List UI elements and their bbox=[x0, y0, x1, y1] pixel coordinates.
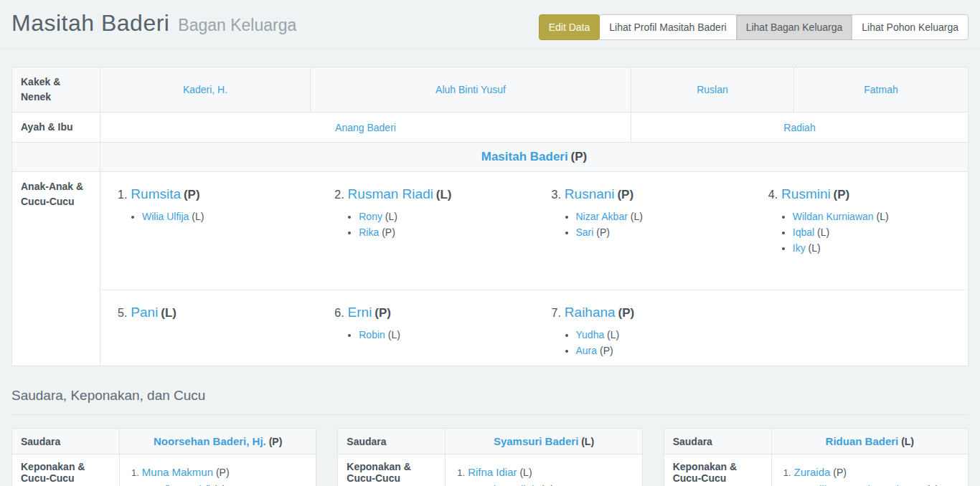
sibling-row-label: Saudara bbox=[338, 429, 446, 454]
sibling-table-wrapper: Saudara Riduan Baderi (L) Keponakan & Cu… bbox=[664, 428, 969, 486]
grandchild-name-link[interactable]: Rika bbox=[359, 227, 379, 238]
grandchild-item: Iky (L) bbox=[793, 240, 958, 256]
gender-label: (L) bbox=[809, 242, 821, 254]
grandchild-name-link[interactable]: Aura bbox=[576, 345, 598, 356]
gender-label: (L) bbox=[519, 467, 532, 478]
grandnephew-name-link[interactable]: Nafies Luthfi bbox=[151, 483, 210, 486]
child-item: 6.Erni (P) Robin (L) bbox=[317, 300, 534, 343]
family-table: Kakek & Nenek Kaderi, H. Aluh Binti Yusu… bbox=[11, 67, 969, 366]
gender-label: (L) bbox=[388, 329, 400, 340]
sibling-table-wrapper: Saudara Syamsuri Baderi (L) Keponakan & … bbox=[337, 428, 642, 486]
child-item: 2.Rusman Riadi (L) Rony (L) Rika (P) bbox=[317, 182, 534, 240]
grandfather-maternal-link[interactable]: Ruslan bbox=[697, 84, 728, 95]
child-item: 4.Rusmini (P) Wildan Kurniawan (L) Iqbal… bbox=[751, 182, 968, 256]
grandchild-item: Yudha (L) bbox=[576, 327, 741, 343]
view-tree-button[interactable]: Lihat Pohon Keluarga bbox=[852, 14, 969, 40]
grandfather-paternal-link[interactable]: Kaderi, H. bbox=[183, 84, 227, 95]
grandchild-name-link[interactable]: Sari bbox=[576, 227, 594, 238]
gender-label: (L) bbox=[817, 227, 829, 238]
grandchild-name-link[interactable]: Iqbal bbox=[793, 227, 814, 238]
gender-label: (P) bbox=[382, 227, 395, 238]
child-name-link[interactable]: Erni bbox=[348, 305, 372, 320]
grandchild-item: Iqbal (L) bbox=[793, 224, 958, 240]
sibling-table: Saudara Noorsehan Baderi, Hj. (P) Kepona… bbox=[11, 428, 316, 486]
view-profile-button[interactable]: Lihat Profil Masitah Baderi bbox=[599, 14, 736, 40]
nephew-name-link[interactable]: Muna Makmun bbox=[142, 466, 213, 478]
edit-data-button[interactable]: Edit Data bbox=[539, 14, 600, 40]
child-number: 3. bbox=[552, 189, 561, 201]
person-name-link[interactable]: Masitah Baderi bbox=[481, 150, 568, 163]
gender-label: (P) bbox=[600, 345, 613, 356]
child-name-link[interactable]: Rusman Riadi bbox=[348, 186, 433, 201]
parents-row-label: Ayah & Ibu bbox=[12, 113, 100, 143]
gender-label: (L) bbox=[385, 211, 397, 222]
grandchild-item: Rika (P) bbox=[359, 224, 524, 240]
sibling-tables-container: Saudara Noorsehan Baderi, Hj. (P) Kepona… bbox=[11, 428, 969, 486]
child-number: 6. bbox=[334, 307, 344, 319]
gender-label: (L) bbox=[192, 211, 204, 222]
view-chart-button[interactable]: Lihat Bagan Keluarga bbox=[736, 14, 853, 40]
nephew-name-link[interactable]: Zuraida bbox=[794, 466, 831, 478]
page-title: Masitah Baderi bbox=[11, 10, 169, 36]
nephews-row-label: Keponakan & Cucu-Cucu bbox=[338, 454, 446, 486]
grandmother-maternal-link[interactable]: Fatmah bbox=[864, 84, 897, 95]
grandparents-row-label: Kakek & Nenek bbox=[12, 67, 100, 113]
person-gender-label: (P) bbox=[571, 150, 588, 163]
gender-label: (P) bbox=[617, 188, 633, 201]
gender-label: (L) bbox=[631, 211, 643, 222]
grandchild-item: Nizar Akbar (L) bbox=[576, 209, 741, 224]
sibling-name-link[interactable]: Noorsehan Baderi, Hj. bbox=[154, 435, 266, 447]
grandchild-name-link[interactable]: Wildan Kurniawan bbox=[793, 211, 874, 222]
nephew-number: 1. bbox=[457, 467, 465, 478]
sibling-row-label: Saudara bbox=[664, 429, 771, 454]
grandchild-name-link[interactable]: Robin bbox=[359, 329, 385, 340]
nephew-name-link[interactable]: Rifna Idiar bbox=[468, 466, 517, 478]
grandchild-item: Aura (P) bbox=[576, 343, 741, 358]
gender-label: (P) bbox=[833, 467, 847, 478]
children-row-label: Anak-Anak & Cucu-Cucu bbox=[12, 172, 100, 366]
child-number: 4. bbox=[768, 189, 778, 201]
grandnephew-item: Nafies Luthfi (L) bbox=[151, 482, 307, 486]
page-header: Masitah Baderi Bagan Keluarga Edit Data … bbox=[0, 0, 980, 49]
grandchild-name-link[interactable]: Rony bbox=[359, 211, 382, 222]
gender-label: (L) bbox=[876, 211, 888, 222]
grandchild-name-link[interactable]: Yudha bbox=[576, 329, 605, 340]
gender-label: (L) bbox=[607, 329, 619, 340]
children-row: Anak-Anak & Cucu-Cucu 1.Rumsita (P) Wili… bbox=[12, 172, 969, 366]
sibling-name-link[interactable]: Syamsuri Baderi bbox=[494, 435, 578, 447]
grandchild-name-link[interactable]: Wilia Ulfija bbox=[142, 211, 189, 222]
grandnephew-name-link[interactable]: Sari Mardiah bbox=[476, 483, 537, 486]
child-item: 1.Rumsita (P) Wilia Ulfija (L) bbox=[100, 182, 317, 224]
page-subtitle: Bagan Keluarga bbox=[178, 16, 296, 34]
child-number: 5. bbox=[118, 307, 127, 319]
child-name-link[interactable]: Rusmini bbox=[781, 186, 831, 201]
grandnephew-item: Sari Mardiah (P) bbox=[476, 482, 633, 486]
child-name-link[interactable]: Pani bbox=[131, 305, 158, 320]
sibling-name-link[interactable]: Riduan Baderi bbox=[826, 435, 899, 447]
child-name-link[interactable]: Rusnani bbox=[565, 186, 615, 201]
gender-label: (P) bbox=[596, 227, 610, 238]
child-item: 5.Pani (L) bbox=[100, 300, 317, 327]
gender-label: (P) bbox=[184, 188, 200, 201]
child-number: 2. bbox=[334, 189, 344, 201]
sibling-table: Saudara Syamsuri Baderi (L) Keponakan & … bbox=[337, 428, 642, 486]
nephews-row-label: Keponakan & Cucu-Cucu bbox=[12, 454, 120, 486]
child-name-link[interactable]: Rumsita bbox=[131, 186, 181, 201]
gender-label: (P) bbox=[374, 306, 391, 320]
grandmother-paternal-link[interactable]: Aluh Binti Yusuf bbox=[435, 84, 506, 95]
grandchild-name-link[interactable]: Iky bbox=[793, 242, 806, 254]
gender-label: (L) bbox=[161, 306, 176, 320]
gender-label: (L) bbox=[581, 436, 594, 447]
grandchild-name-link[interactable]: Nizar Akbar bbox=[576, 211, 628, 222]
siblings-section-heading: Saudara, Keponakan, dan Cucu bbox=[11, 381, 969, 415]
child-item: 7.Raihana (P) Yudha (L) Aura (P) bbox=[534, 300, 751, 358]
child-number: 1. bbox=[118, 189, 127, 201]
child-name-link[interactable]: Raihana bbox=[565, 305, 616, 320]
gender-label: (P) bbox=[834, 188, 850, 201]
father-link[interactable]: Anang Baderi bbox=[335, 122, 396, 133]
grandnephew-name-link[interactable]: Andika Nugraha Rahman bbox=[803, 483, 923, 486]
sibling-table-wrapper: Saudara Noorsehan Baderi, Hj. (P) Kepona… bbox=[11, 428, 316, 486]
mother-link[interactable]: Radiah bbox=[783, 122, 815, 133]
person-row-label-empty bbox=[12, 143, 100, 172]
gender-label: (L) bbox=[901, 436, 914, 447]
